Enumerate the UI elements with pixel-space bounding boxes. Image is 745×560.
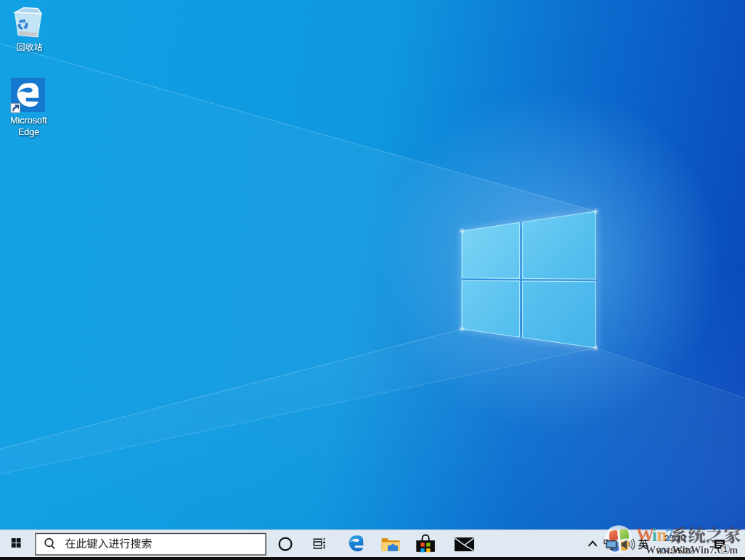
svg-text:Edge: Edge: [18, 127, 39, 137]
svg-text:2019/5/22: 2019/5/22: [656, 546, 693, 555]
svg-text:Microsoft: Microsoft: [10, 115, 47, 126]
svg-text:1: 1: [723, 545, 728, 553]
svg-text:23:20: 23:20: [664, 534, 685, 543]
